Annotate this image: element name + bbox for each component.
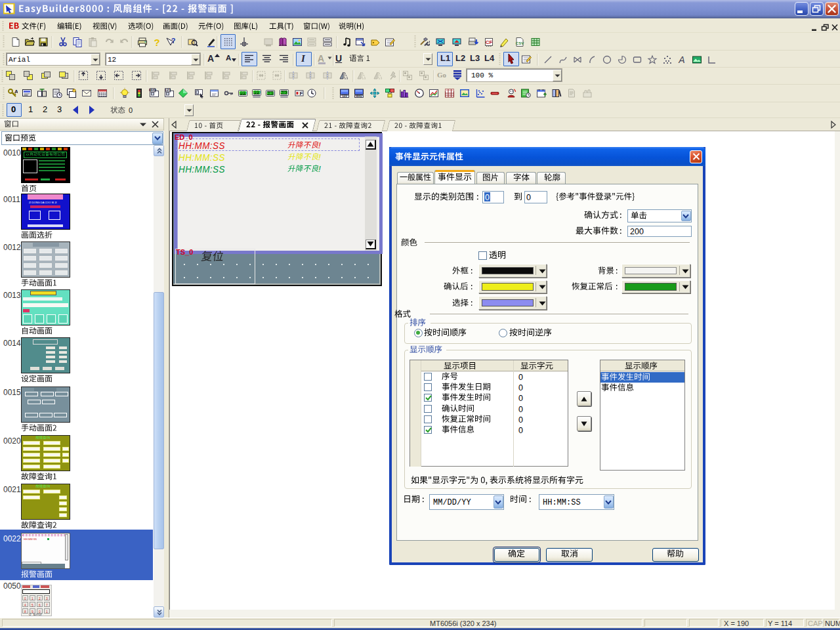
svg-text:123: 123 bbox=[342, 94, 347, 98]
svg-text:A: A bbox=[14, 89, 18, 94]
svg-text:CF: CF bbox=[486, 39, 493, 45]
svg-text:ABC: ABC bbox=[281, 91, 288, 95]
svg-text:ABC: ABC bbox=[267, 91, 274, 96]
svg-text:123: 123 bbox=[165, 88, 171, 92]
svg-text:999: 999 bbox=[253, 91, 261, 95]
svg-text:999: 999 bbox=[239, 91, 247, 96]
svg-text:?: ? bbox=[154, 37, 159, 47]
svg-text:HHO: HHO bbox=[356, 94, 362, 98]
svg-text:A: A bbox=[678, 54, 684, 65]
svg-text:F: F bbox=[300, 91, 303, 96]
svg-text:HHO: HHO bbox=[149, 88, 156, 92]
svg-text:?: ? bbox=[171, 37, 176, 45]
svg-text:CSV: CSV bbox=[516, 41, 524, 45]
